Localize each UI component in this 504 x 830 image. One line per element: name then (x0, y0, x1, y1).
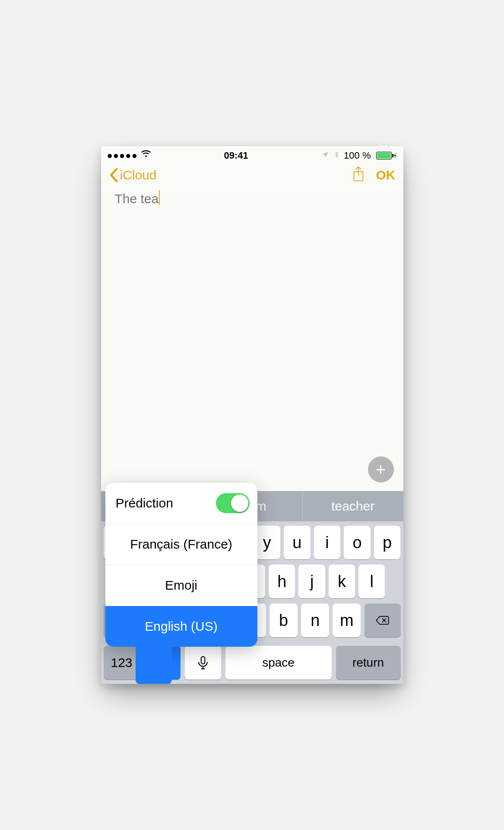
key-b[interactable]: b (269, 603, 298, 637)
return-key[interactable]: return (336, 646, 401, 680)
microphone-icon (196, 655, 210, 670)
backspace-key[interactable] (365, 603, 401, 637)
key-k[interactable]: k (329, 565, 355, 598)
key-p[interactable]: p (374, 526, 401, 559)
status-bar: ●●●●● 09:41 100 % ⚡︎ (101, 146, 403, 163)
prediction-suggestion[interactable]: teacher (303, 491, 403, 521)
key-l[interactable]: l (358, 565, 385, 598)
share-icon (352, 166, 365, 182)
text-cursor (159, 190, 160, 205)
key-h[interactable]: h (269, 565, 295, 598)
nav-bar: iCloud OK (101, 163, 403, 190)
language-option[interactable]: Français (France) (105, 524, 257, 565)
svg-rect-1 (201, 657, 205, 664)
chevron-left-icon (109, 168, 118, 182)
note-editor[interactable]: The tea + (101, 190, 403, 491)
keyboard-language-menu: Prédiction Français (France) Emoji Engli… (105, 483, 257, 647)
battery-percentage: 100 % (344, 150, 371, 161)
language-option[interactable]: Emoji (105, 565, 257, 606)
key-i[interactable]: i (314, 526, 341, 559)
note-text: The tea (115, 192, 159, 206)
back-button[interactable]: iCloud (109, 168, 157, 182)
signal-dots-icon: ●●●●● (107, 150, 138, 161)
keyboard: "tea" team teacher qwertyuiop asdfghjkl … (101, 491, 403, 684)
prediction-toggle[interactable] (216, 493, 250, 513)
add-button[interactable]: + (368, 456, 394, 482)
prediction-toggle-row[interactable]: Prédiction (105, 483, 257, 524)
wifi-icon (141, 150, 151, 162)
bluetooth-icon (333, 150, 340, 161)
language-option-selected[interactable]: English (US) (105, 606, 257, 647)
status-time: 09:41 (224, 150, 248, 161)
ok-button[interactable]: OK (376, 168, 396, 182)
battery-icon: ⚡︎ (374, 152, 397, 160)
prediction-toggle-label: Prédiction (116, 496, 173, 511)
numeric-key[interactable]: 123 (104, 646, 140, 680)
key-y[interactable]: y (254, 526, 281, 559)
phone-screen: ●●●●● 09:41 100 % ⚡︎ iCloud (101, 146, 403, 684)
backspace-icon (375, 613, 390, 628)
key-u[interactable]: u (284, 526, 311, 559)
space-key[interactable]: space (225, 646, 332, 680)
location-icon (321, 150, 329, 161)
dictation-key[interactable] (185, 646, 221, 680)
key-j[interactable]: j (298, 565, 325, 598)
plus-icon: + (376, 460, 386, 479)
key-o[interactable]: o (344, 526, 371, 559)
share-button[interactable] (352, 166, 365, 184)
key-n[interactable]: n (301, 603, 329, 637)
key-m[interactable]: m (333, 603, 361, 637)
back-label: iCloud (120, 168, 157, 182)
